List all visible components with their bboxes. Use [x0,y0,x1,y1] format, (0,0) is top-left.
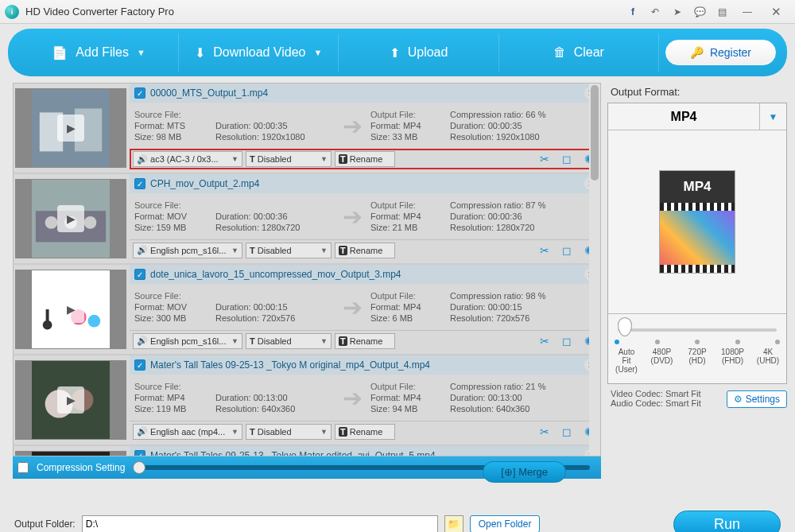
speaker-icon: 🔊 [137,245,148,255]
file-checkbox[interactable]: ✓ [134,450,145,456]
register-button[interactable]: 🔑 Register [665,40,776,65]
file-header: ✓ Mater's Tall Tales 09-25-13 _Tokyo Mat… [130,446,601,456]
resolution-option[interactable]: Auto Fit(User) [613,348,640,374]
clear-label: Clear [574,45,604,60]
file-thumbnail[interactable]: ▶ [15,360,126,440]
play-icon: ▶ [57,386,84,414]
file-name: Mater's Tall Tales 09-25-13 _Tokyo Mater… [150,450,436,456]
arrow-right-icon: ➔ [335,203,370,231]
arrow-right-icon: ➔ [335,112,370,140]
upload-button[interactable]: ⬆ Upload [339,33,498,72]
svg-point-7 [84,216,97,229]
feedback-icon[interactable]: 💬 [688,4,711,20]
rename-button[interactable]: T Rename [335,151,395,167]
download-video-button[interactable]: ⬇ Download Video ▼ [179,33,339,72]
rename-button[interactable]: T Rename [335,333,395,349]
add-files-button[interactable]: 📄 Add Files ▼ [19,33,179,72]
crop-icon[interactable]: ◻ [557,244,576,257]
file-thumbnail[interactable]: G ▶ [15,451,126,456]
rename-button[interactable]: T Rename [335,243,395,258]
subtitle-dropdown[interactable]: T Disabled▼ [246,151,332,167]
cut-icon[interactable]: ✂ [535,335,554,348]
compression-checkbox[interactable] [17,462,29,473]
undo-icon[interactable]: ↶ [644,4,666,20]
output-folder-input[interactable] [82,515,438,532]
run-button[interactable]: Run [673,511,781,533]
file-checkbox[interactable]: ✓ [134,359,145,371]
resolution-option[interactable]: 480P(DVD) [649,348,676,374]
audio-track-dropdown[interactable]: 🔊 English pcm_s16l...▼ [133,243,242,258]
file-thumbnail[interactable]: ▶ [15,88,126,168]
file-name: CPH_mov_Output_2.mp4 [150,178,259,189]
rename-button[interactable]: T Rename [335,424,395,440]
file-item: ▶ ✓ CPH_mov_Output_2.mp4 × Source File:F… [14,174,601,265]
subtitle-dropdown[interactable]: T Disabled▼ [246,424,332,440]
add-file-icon: 📄 [52,45,68,60]
app-title: HD Video Converter Factory Pro [25,6,174,17]
svg-rect-16 [32,452,110,456]
browse-folder-button[interactable]: 📁 [444,515,463,532]
resolution-option[interactable]: 720P(HD) [684,348,711,374]
file-checkbox[interactable]: ✓ [134,178,145,189]
settings-button[interactable]: ⚙ Settings [727,390,787,408]
format-preview[interactable]: MP4 [608,130,786,313]
file-item: ▶ ✓ dote_unica_lavoro_15_uncompressed_mo… [14,265,601,355]
output-format-dropdown[interactable]: ▼ [759,103,786,130]
close-icon[interactable]: ✕ [762,4,790,20]
crop-icon[interactable]: ◻ [557,153,576,165]
upload-label: Upload [408,45,448,60]
audio-track-dropdown[interactable]: 🔊 English pcm_s16l...▼ [133,333,242,349]
chevron-down-icon: ▼ [137,48,145,57]
add-files-label: Add Files [76,45,129,60]
svg-point-12 [88,315,101,328]
format-preview-label: MP4 [660,171,735,203]
subtitle-dropdown[interactable]: T Disabled▼ [246,333,332,349]
file-list: ▶ ✓ 00000_MTS_Output_1.mp4 × Source File… [13,83,601,456]
open-folder-button[interactable]: Open Folder [470,515,541,532]
file-info: Source File:Format: MOVSize: 300 MB Dura… [130,284,601,330]
merge-button[interactable]: [⊕] Merge [483,461,566,483]
main-toolbar: 📄 Add Files ▼ ⬇ Download Video ▼ ⬆ Uploa… [8,29,787,76]
footer: Output Folder: 📁 Open Folder Run [0,509,795,532]
resolution-option[interactable]: 4K(UHD) [754,348,781,374]
list-icon[interactable]: ▤ [711,4,733,20]
film-strip-icon [660,265,735,273]
file-controls: 🔊 English pcm_s16l...▼ T Disabled▼ T Ren… [130,239,601,260]
gear-icon: ⚙ [734,394,743,405]
cut-icon[interactable]: ✂ [535,425,554,438]
minimize-icon[interactable]: — [733,4,762,20]
file-name: 00000_MTS_Output_1.mp4 [150,87,268,99]
crop-icon[interactable]: ◻ [557,335,576,348]
output-folder-label: Output Folder: [14,518,76,530]
file-header: ✓ Mater's Tall Tales 09-25-13 _Tokyo M o… [130,355,601,375]
play-icon: ▶ [57,115,84,142]
file-controls: 🔊 ac3 (AC-3 / 0x3...▼ T Disabled▼ T Rena… [130,149,601,169]
file-item: ▶ ✓ 00000_MTS_Output_1.mp4 × Source File… [14,83,601,174]
cut-icon[interactable]: ✂ [535,153,554,165]
arrow-icon[interactable]: ➤ [666,4,688,20]
subtitle-dropdown[interactable]: T Disabled▼ [246,243,332,258]
audio-track-dropdown[interactable]: 🔊 English aac (mp4...▼ [133,424,242,440]
upload-icon: ⬆ [390,45,400,60]
chevron-down-icon: ▼ [314,48,323,57]
resolution-slider[interactable] [618,328,777,332]
scrollbar-vertical[interactable] [589,83,600,456]
crop-icon[interactable]: ◻ [557,425,576,438]
audio-track-dropdown[interactable]: 🔊 ac3 (AC-3 / 0x3...▼ [133,151,242,167]
output-format-box: MP4 ▼ MP4 Auto Fit(User)480P(DVD)720P(HD… [607,103,787,384]
video-codec-label: Video Codec: Smart Fit [611,389,701,398]
facebook-icon[interactable]: f [622,4,644,20]
file-checkbox[interactable]: ✓ [134,87,145,99]
file-name: Mater's Tall Tales 09-25-13 _Tokyo M ori… [150,359,430,371]
file-thumbnail[interactable]: ▶ [15,179,126,258]
speaker-icon: 🔊 [137,426,148,437]
play-icon: ▶ [57,205,84,232]
arrow-right-icon: ➔ [335,293,370,321]
cut-icon[interactable]: ✂ [535,244,554,257]
file-thumbnail[interactable]: ▶ [15,270,126,349]
svg-rect-10 [46,309,49,324]
file-checkbox[interactable]: ✓ [134,269,145,280]
svg-point-5 [45,216,58,229]
clear-button[interactable]: 🗑 Clear [499,33,659,72]
resolution-option[interactable]: 1080P(FHD) [719,348,747,374]
